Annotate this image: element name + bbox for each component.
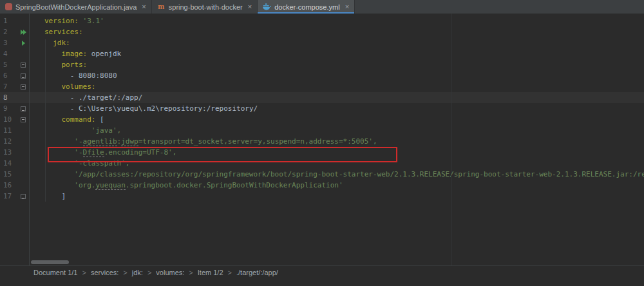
- code-token: '3.1': [83, 17, 104, 25]
- gutter-spacer: [19, 125, 28, 136]
- line-number: 14: [3, 158, 12, 169]
- breadcrumb-item[interactable]: jdk:: [132, 269, 143, 276]
- run-icon[interactable]: [19, 37, 28, 48]
- line-number: 1: [3, 15, 8, 26]
- code-token: agentlib: [83, 137, 117, 146]
- code-token: - 8080:8080: [70, 72, 117, 80]
- code-line[interactable]: 6- 8080:8080: [0, 70, 644, 81]
- code-line[interactable]: 15'/app/classes:/repository/org/springfr…: [0, 169, 644, 180]
- gutter: 13: [0, 147, 29, 158]
- status-strip: [0, 278, 644, 286]
- gutter-spacer: [19, 136, 28, 147]
- code-token: [: [100, 115, 104, 124]
- code-token: ]: [61, 192, 66, 200]
- gutter: 4: [0, 48, 29, 59]
- fold-start-icon[interactable]: [19, 81, 28, 92]
- tab-label: docker-compose.yml: [274, 3, 339, 11]
- editor-tab[interactable]: mspring-boot-with-docker×: [152, 0, 258, 14]
- line-number: 13: [3, 147, 12, 158]
- code-text[interactable]: services:: [29, 26, 644, 37]
- line-number: 4: [3, 48, 8, 59]
- fold-end-icon[interactable]: [19, 70, 28, 81]
- fold-start-icon[interactable]: [19, 114, 28, 125]
- code-text[interactable]: '-agentlib:jdwp=transport=dt_socket,serv…: [29, 136, 644, 147]
- line-number: 17: [3, 191, 12, 202]
- code-line[interactable]: 16'org.yuequan.springboot.docker.SpringB…: [0, 180, 644, 191]
- code-line[interactable]: 1version: '3.1': [0, 15, 644, 26]
- code-text[interactable]: - C:\Users\yuequ\.m2\repository:/reposit…: [29, 103, 644, 114]
- code-token: 'org.: [74, 181, 95, 189]
- code-line[interactable]: 11'java',: [0, 125, 644, 136]
- breadcrumb-item[interactable]: Document 1/1: [33, 269, 77, 276]
- tab-close-icon[interactable]: ×: [345, 3, 349, 10]
- line-number: 11: [3, 125, 12, 136]
- code-text[interactable]: ]: [29, 191, 644, 202]
- code-line[interactable]: 17]: [0, 191, 644, 202]
- code-text[interactable]: 'org.yuequan.springboot.docker.SpringBoo…: [29, 180, 644, 191]
- code-token: jdwp: [121, 137, 138, 146]
- code-text[interactable]: '-classpath',: [29, 158, 644, 169]
- code-token: ports:: [61, 61, 87, 69]
- gutter-spacer: [19, 48, 28, 59]
- run-all-icon[interactable]: [19, 26, 28, 37]
- code-text[interactable]: ports:: [29, 59, 644, 70]
- docker-icon: [263, 3, 271, 11]
- breadcrumb-separator: >: [228, 269, 232, 276]
- breadcrumb-item[interactable]: Item 1/2: [198, 269, 223, 276]
- indent-guide: [45, 39, 46, 202]
- code-text[interactable]: command: [: [29, 114, 644, 125]
- line-number: 7: [3, 81, 8, 92]
- fold-start-icon[interactable]: [19, 59, 28, 70]
- breadcrumb-item[interactable]: volumes:: [156, 269, 184, 276]
- code-line[interactable]: 7volumes:: [0, 81, 644, 92]
- code-line[interactable]: 8- ./target/:/app/: [0, 92, 644, 103]
- breadcrumb-separator: >: [123, 269, 127, 276]
- code-line[interactable]: 5ports:: [0, 59, 644, 70]
- code-line[interactable]: 12'-agentlib:jdwp=transport=dt_socket,se…: [0, 136, 644, 147]
- editor-tab[interactable]: SpringBootWithDockerApplication.java×: [0, 0, 152, 14]
- code-text[interactable]: image: openjdk: [29, 48, 644, 59]
- code-line[interactable]: 10command: [: [0, 114, 644, 125]
- code-text[interactable]: jdk:: [29, 37, 644, 48]
- code-line[interactable]: 14'-classpath',: [0, 158, 644, 169]
- code-token: '-: [74, 148, 82, 157]
- code-text[interactable]: - ./target/:/app/: [29, 92, 644, 103]
- code-text[interactable]: version: '3.1': [29, 15, 644, 26]
- code-text[interactable]: 'java',: [29, 125, 644, 136]
- gutter-spacer: [19, 180, 28, 191]
- gutter: 12: [0, 136, 29, 147]
- maven-icon: m: [157, 3, 166, 11]
- horizontal-scrollbar-thumb[interactable]: [31, 260, 69, 264]
- code-text[interactable]: '/app/classes:/repository/org/springfram…: [29, 169, 644, 180]
- line-number: 9: [3, 103, 8, 114]
- line-number: 15: [3, 169, 12, 180]
- code-line[interactable]: 3jdk:: [0, 37, 644, 48]
- fold-end-icon[interactable]: [19, 103, 28, 114]
- code-token: '-: [74, 137, 82, 146]
- tab-close-icon[interactable]: ×: [248, 3, 252, 10]
- ide-window: SpringBootWithDockerApplication.java×msp…: [0, 0, 644, 297]
- breadcrumb-bar: Document 1/1>services:>jdk:>volumes:>Ite…: [0, 265, 644, 278]
- code-token: services:: [44, 28, 83, 36]
- code-text[interactable]: '-Dfile.encoding=UTF-8',: [29, 147, 644, 158]
- tab-close-icon[interactable]: ×: [142, 3, 146, 10]
- gutter: 10: [0, 114, 29, 125]
- gutter: 8: [0, 92, 29, 103]
- gutter: 2: [0, 26, 29, 37]
- code-line[interactable]: 9- C:\Users\yuequ\.m2\repository:/reposi…: [0, 103, 644, 114]
- gutter-spacer: [19, 158, 28, 169]
- gutter: 1: [0, 15, 29, 26]
- breadcrumb-item[interactable]: ./target/:/app/: [236, 269, 278, 276]
- editor-tab[interactable]: docker-compose.yml×: [258, 0, 355, 14]
- gutter: 17: [0, 191, 29, 202]
- code-line[interactable]: 13'-Dfile.encoding=UTF-8',: [0, 147, 644, 158]
- code-line[interactable]: 4image: openjdk: [0, 48, 644, 59]
- code-text[interactable]: - 8080:8080: [29, 70, 644, 81]
- fold-end-icon[interactable]: [19, 191, 28, 202]
- code-line[interactable]: 2services:: [0, 26, 644, 37]
- code-text[interactable]: volumes:: [29, 81, 644, 92]
- horizontal-scrollbar[interactable]: [30, 260, 644, 265]
- breadcrumb-item[interactable]: services:: [91, 269, 118, 276]
- line-number: 16: [3, 180, 12, 191]
- gutter-spacer: [19, 92, 28, 103]
